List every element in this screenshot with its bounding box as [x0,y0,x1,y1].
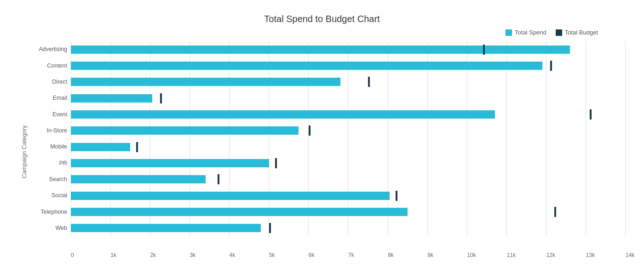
category-label: Web [29,225,71,231]
chart-area: Campaign Category AdvertisingContentDire… [18,41,626,262]
bar-row [71,93,626,103]
bar-budget-marker [368,77,370,87]
bar-budget-marker [218,174,219,184]
category-label: Mobile [29,144,71,150]
bar-budget-marker [396,191,397,201]
bar-spend [71,143,130,151]
chart-inner: AdvertisingContentDirectEmailEventIn-Sto… [29,41,626,262]
bars-and-grid: AdvertisingContentDirectEmailEventIn-Sto… [29,41,626,249]
bar-spend [71,46,570,54]
category-label: Social [29,193,71,199]
x-axis: 01k2k3k4k5k6k7k8k9k10k11k12k13k14k [71,249,626,262]
bars-grid [71,41,626,249]
category-label: Event [29,112,71,118]
x-axis-labels: 01k2k3k4k5k6k7k8k9k10k11k12k13k14k [71,249,626,258]
bar-row [71,174,626,184]
bar-budget-marker [483,45,485,55]
bar-row [71,61,626,71]
bar-row [71,158,626,168]
category-label: In-Store [29,128,71,134]
bar-budget-marker [554,207,556,217]
legend-budget-color [556,29,562,36]
bar-budget-marker [275,158,277,168]
legend-spend: Total Spend [506,29,546,36]
bar-row [71,45,626,55]
bar-budget-marker [160,93,162,103]
bar-row [71,77,626,87]
category-label: Telephone [29,209,71,215]
bar-spend [71,192,390,200]
bar-budget-marker [590,109,592,120]
legend-budget-label: Total Budget [565,29,598,36]
bar-spend [71,224,261,232]
bar-row [71,109,626,120]
bar-spend [71,126,299,135]
chart-legend: Total Spend Total Budget [18,29,626,36]
legend-spend-label: Total Spend [515,29,546,36]
y-axis-label: Campaign Category [18,41,29,262]
bar-row [71,191,626,201]
bar-spend [71,159,269,167]
category-labels: AdvertisingContentDirectEmailEventIn-Sto… [29,41,71,249]
bar-row [71,223,626,233]
bar-spend [71,110,495,119]
bar-spend [71,78,340,86]
bars-rows [71,41,626,249]
chart-title: Total Spend to Budget Chart [18,9,626,24]
bar-budget-marker [269,223,271,233]
bar-budget-marker [309,125,310,136]
bar-spend [71,62,542,70]
legend-spend-color [506,29,512,36]
bar-budget-marker [550,61,552,71]
category-label: Search [29,177,71,182]
category-label: Content [29,63,71,69]
bar-row [71,142,626,152]
category-label: Email [29,95,71,101]
bar-spend [71,94,152,102]
legend-budget: Total Budget [556,29,598,36]
chart-container: Total Spend to Budget Chart Total Spend … [0,0,644,279]
bar-row [71,125,626,136]
bar-row [71,207,626,217]
category-label: Advertising [29,46,71,52]
bar-spend [71,208,408,216]
bar-spend [71,175,206,183]
category-label: PR [29,160,71,166]
bar-budget-marker [136,142,138,152]
category-label: Direct [29,79,71,85]
